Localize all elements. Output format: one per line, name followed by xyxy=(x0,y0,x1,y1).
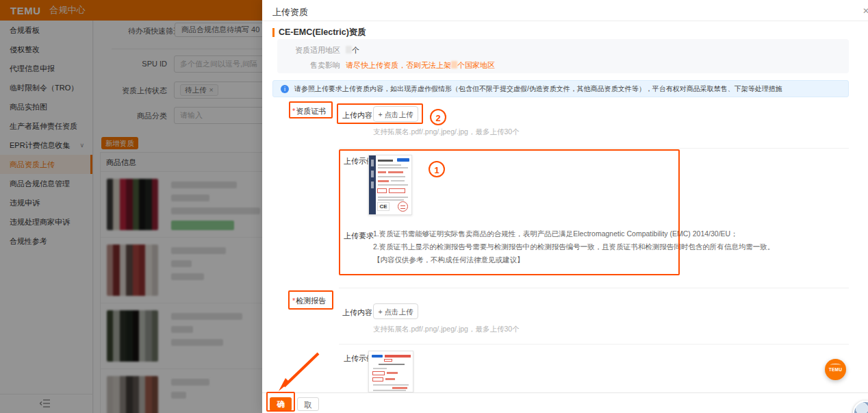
notice-banner: i 请参照上传要求上传资质内容，如出现弄虚作假情形（包含但不限于提交虚假/伪造资… xyxy=(272,80,849,97)
lab-logo xyxy=(372,355,383,358)
section-accent-bar xyxy=(272,28,275,37)
report-upload-content-label: 上传内容 xyxy=(342,308,372,318)
drawer-title: 上传资质 xyxy=(272,6,308,18)
divider xyxy=(339,148,849,149)
temu-floating-button[interactable]: TEMU xyxy=(825,359,846,380)
region-label: 资质适用地区 xyxy=(277,45,340,55)
region-value: 个 xyxy=(346,45,359,55)
divider xyxy=(339,288,849,288)
required-asterisk: * xyxy=(292,107,295,115)
cert-requirement-line: 【内容仅供参考，不构成任何法律意见或建议】 xyxy=(373,253,524,266)
report-red-heading xyxy=(385,355,411,358)
sales-impact-label: 售卖影响 xyxy=(277,60,340,71)
report-upload-button[interactable]: + 点击上传 xyxy=(373,303,418,319)
stamp-icon xyxy=(398,201,408,212)
cert-requirement-line: 1.资质证书需能够证明实际售卖商品的合规性，表明产品已满足Electromagn… xyxy=(373,227,738,240)
annotation-circle-1: 1 xyxy=(429,161,445,177)
ce-mark: CE xyxy=(377,202,390,211)
divider xyxy=(262,21,868,21)
cert-upload-hint: 支持拓展名.pdf/.png/.jpeg/.jpg，最多上传30个 xyxy=(373,127,520,137)
sales-impact-value: 请尽快上传资质，否则无法上架个国家地区 xyxy=(346,60,495,71)
cert-upload-button[interactable]: + 点击上传 xyxy=(373,106,418,122)
lab-logo xyxy=(397,158,409,162)
qualification-summary-box: 资质适用地区 个 售卖影响 请尽快上传资质，否则无法上架个国家地区 xyxy=(277,39,849,73)
drawer-footer: 确认 取消 xyxy=(262,392,868,413)
redacted-number xyxy=(451,61,457,68)
certificate-side-band xyxy=(369,155,376,214)
upload-qualification-drawer: 上传资质 ✕ CE-EMC(Electric)资质 资质适用地区 个 售卖影响 … xyxy=(262,0,868,413)
redacted-number xyxy=(346,46,352,53)
cert-field-label: *资质证书 xyxy=(292,106,326,116)
report-upload-hint: 支持拓展名.pdf/.png/.jpeg/.jpg，最多上传30个 xyxy=(373,325,520,334)
notice-text: 请参照上传要求上传资质内容，如出现弄虚作假情形（包含但不限于提交虚假/伪造资质文… xyxy=(294,81,782,97)
section-title: CE-EMC(Electric)资质 xyxy=(279,27,366,38)
modal-overlay xyxy=(0,0,262,413)
required-asterisk: * xyxy=(292,297,295,305)
certificate-sample-image: CE xyxy=(368,155,412,215)
divider xyxy=(339,344,849,345)
annotation-arrow xyxy=(272,348,327,396)
cert-upload-content-label: 上传内容 xyxy=(342,110,372,121)
temu-arabic-mark xyxy=(830,364,841,366)
confirm-button[interactable]: 确认 xyxy=(270,397,292,411)
cert-requirement-line: 2.资质证书上显示的检测报告号需要与检测报告中的检测报告编号一致，且资质证书和检… xyxy=(373,240,774,253)
close-icon[interactable]: ✕ xyxy=(863,6,868,16)
report-field-label: *检测报告 xyxy=(292,296,326,306)
annotation-circle-2: 2 xyxy=(430,109,446,125)
cancel-button[interactable]: 取消 xyxy=(297,397,319,411)
info-icon: i xyxy=(281,85,289,93)
cert-requirements-label: 上传要求 xyxy=(344,231,374,241)
screen: TEMU 合规中心 合规看板 侵权整改 代理信息申报 临时限制令（TRO） 商品… xyxy=(0,0,868,413)
report-sample-image xyxy=(368,351,413,392)
